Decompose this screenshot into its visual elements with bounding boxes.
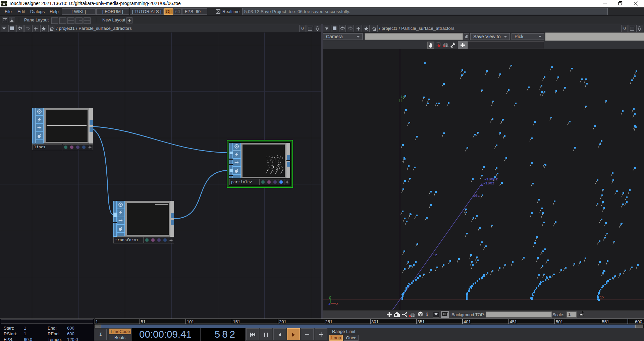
svg-text:-1z: -1z: [430, 253, 437, 257]
svg-text:-10z: -10z: [471, 193, 480, 198]
svg-text:-100z: -100z: [483, 181, 495, 185]
svg-text:1x: 1x: [600, 295, 604, 299]
svg-text:x: x: [336, 301, 338, 306]
svg-text:||: ||: [398, 99, 402, 103]
